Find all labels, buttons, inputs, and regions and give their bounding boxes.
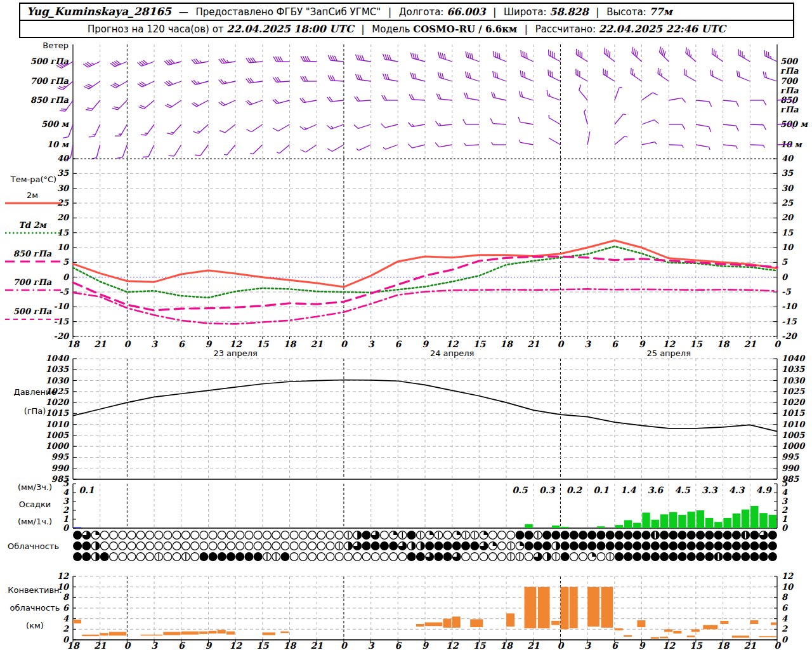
cloud-okta-symbol — [750, 542, 759, 550]
wind-barb — [710, 70, 723, 81]
convective-cloud-bar — [208, 631, 216, 633]
wind-barb — [300, 98, 317, 103]
cloud-okta-symbol — [660, 531, 669, 540]
wind-barb — [354, 124, 371, 128]
cloud-okta-symbol — [687, 531, 695, 540]
svg-text:21: 21 — [744, 339, 757, 349]
svg-text:2: 2 — [782, 624, 788, 633]
wind-barb — [410, 72, 425, 81]
wind-barb — [115, 124, 127, 136]
wind-barb — [219, 58, 235, 63]
cloud-okta-symbol — [200, 542, 208, 550]
wind-barb — [493, 51, 506, 62]
wind-barb — [164, 59, 181, 65]
svg-text:0: 0 — [63, 272, 70, 282]
svg-text:25: 25 — [782, 198, 794, 208]
svg-text:4.9: 4.9 — [756, 485, 772, 495]
svg-text:9: 9 — [639, 339, 646, 349]
cloud-okta-symbol — [714, 531, 723, 540]
svg-text:-15: -15 — [54, 317, 69, 326]
cloud-okta-symbol — [633, 542, 641, 550]
cloud-okta-symbol — [245, 553, 253, 561]
cloud-okta-symbol — [308, 531, 317, 540]
wind-barb — [328, 55, 344, 62]
svg-text:1030: 1030 — [46, 376, 70, 385]
wind-barb — [83, 62, 100, 67]
svg-text:1030: 1030 — [782, 376, 806, 385]
cloud-okta-symbol — [200, 531, 208, 540]
svg-text:1000: 1000 — [46, 441, 70, 451]
cloud-okta-symbol — [426, 542, 434, 550]
wind-barb — [587, 131, 590, 145]
svg-text:3.3: 3.3 — [702, 485, 718, 495]
cloud-okta-symbol — [146, 553, 154, 561]
wind-barb — [669, 145, 683, 148]
cloud-okta-symbol — [74, 542, 82, 550]
wind-barb — [549, 138, 560, 145]
convective-cloud-bar — [560, 587, 568, 630]
cloud-okta-symbol — [326, 553, 334, 561]
wind-barb — [246, 124, 262, 132]
wind-barb — [219, 124, 235, 133]
cloud-okta-symbol — [443, 542, 452, 550]
svg-text:5: 5 — [782, 257, 788, 267]
svg-text:35: 35 — [782, 168, 794, 178]
svg-text:30: 30 — [782, 183, 794, 193]
cloud-okta-symbol — [173, 542, 181, 550]
cloud-okta-symbol — [462, 553, 470, 561]
cloud-okta-symbol — [488, 531, 497, 540]
svg-text:3.6: 3.6 — [648, 485, 664, 495]
svg-text:1: 1 — [782, 514, 787, 524]
wind-barb — [615, 87, 622, 100]
svg-text:9: 9 — [206, 640, 213, 650]
precip-bar — [669, 512, 677, 528]
convective-cloud-bar — [452, 616, 461, 628]
wind-barb — [169, 145, 181, 156]
cloud-okta-symbol — [209, 542, 217, 550]
cloud-okta-symbol — [615, 531, 624, 540]
convective-cloud-bar — [720, 621, 728, 624]
svg-text:0: 0 — [124, 640, 131, 650]
cloud-okta-symbol — [371, 553, 379, 561]
wind-barb — [549, 115, 560, 124]
wind-barb — [224, 145, 235, 155]
svg-text:0.2: 0.2 — [566, 485, 583, 495]
svg-text:6: 6 — [178, 339, 185, 349]
wind-barb — [60, 100, 73, 111]
cloud-okta-symbol — [697, 542, 705, 550]
convective-cloud-bar — [73, 620, 81, 623]
cloud-okta-symbol — [290, 553, 298, 561]
wind-barb — [57, 81, 73, 90]
wind-barb — [490, 118, 506, 124]
cloud-okta-symbol — [146, 531, 154, 540]
svg-text:12: 12 — [782, 571, 794, 581]
wind-barb — [750, 145, 764, 148]
cloud-okta-symbol — [705, 531, 714, 540]
svg-text:-10: -10 — [782, 302, 797, 311]
svg-text:1.4: 1.4 — [620, 485, 637, 495]
svg-text:1020: 1020 — [782, 397, 806, 407]
svg-text:3: 3 — [368, 339, 375, 349]
svg-text:1020: 1020 — [46, 397, 70, 407]
svg-text:0: 0 — [774, 339, 781, 349]
convective-cloud-bar — [263, 632, 275, 635]
cloud-okta-symbol — [100, 531, 108, 540]
wind-barb — [696, 124, 711, 132]
cloud-okta-symbol — [299, 553, 307, 561]
precip-bar — [687, 512, 695, 528]
svg-text:1015: 1015 — [782, 408, 805, 418]
svg-text:1: 1 — [63, 514, 69, 524]
convective-cloud-bar — [538, 587, 550, 628]
wind-barb — [355, 55, 370, 62]
wind-barb — [712, 48, 723, 62]
cloud-okta-symbol — [290, 542, 298, 550]
cloud-okta-symbol — [471, 542, 479, 550]
precip-bar — [759, 513, 767, 528]
wind-barb — [355, 74, 370, 81]
cloud-okta-symbol — [768, 531, 776, 540]
cloud-okta-symbol — [335, 531, 343, 540]
wind-barb — [604, 48, 615, 62]
svg-text:1000: 1000 — [782, 441, 806, 451]
svg-text:0.5: 0.5 — [512, 485, 528, 495]
cloud-okta-symbol — [561, 542, 569, 550]
